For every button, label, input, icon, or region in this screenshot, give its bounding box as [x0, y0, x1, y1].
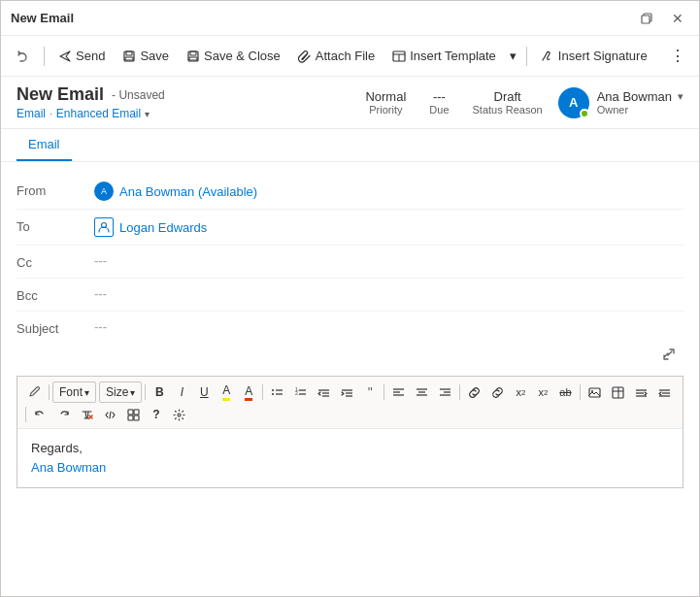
more-options-button[interactable]: ⋮ [664, 42, 691, 70]
cc-value[interactable]: --- [94, 253, 683, 268]
signature-link[interactable]: Ana Bowman [31, 460, 106, 475]
title-bar: New Email ✕ [1, 1, 699, 36]
cc-row: Cc --- [17, 246, 683, 278]
svg-rect-3 [125, 57, 133, 60]
status-value: Draft [494, 89, 521, 104]
bullets-button[interactable] [266, 383, 288, 402]
font-color-button[interactable]: A [238, 381, 259, 404]
clear-format-button[interactable] [76, 406, 98, 424]
due-label: Due [429, 104, 449, 116]
svg-rect-0 [642, 16, 650, 23]
owner-role: Owner [597, 104, 683, 116]
highlight-button[interactable]: A [216, 381, 237, 404]
save-close-button[interactable]: Save & Close [179, 44, 288, 68]
editor-toolbar: Font ▾ Size ▾ B I U A A [17, 377, 683, 429]
ed-sep-5 [459, 384, 460, 400]
svg-point-52 [178, 414, 181, 416]
bcc-value[interactable]: --- [94, 286, 683, 301]
ed-sep-1 [49, 384, 50, 400]
settings-button[interactable] [168, 406, 190, 424]
svg-rect-6 [189, 57, 197, 60]
indent-decrease-button[interactable] [313, 383, 335, 402]
to-name[interactable]: Logan Edwards [119, 220, 207, 235]
align-center-button[interactable] [411, 383, 433, 402]
editor-body[interactable]: Regards, Ana Bowman [17, 429, 683, 487]
strikethrough-button[interactable]: ab [554, 383, 576, 401]
body-text: Regards, [31, 441, 83, 455]
superscript-button[interactable]: x2 [510, 383, 531, 401]
attach-file-button[interactable]: Attach File [290, 44, 383, 68]
send-button[interactable]: Send [50, 44, 113, 68]
table-insert-button[interactable] [607, 383, 629, 402]
cc-label: Cc [17, 253, 94, 270]
align-left-button[interactable] [387, 383, 410, 402]
undo-button[interactable] [9, 45, 38, 68]
underline-button[interactable]: U [193, 382, 215, 402]
unlink-button[interactable] [486, 383, 509, 402]
from-name[interactable]: Ana Bowman (Available) [119, 184, 257, 199]
font-selector[interactable]: Font ▾ [52, 381, 96, 403]
ed-sep-2 [145, 384, 146, 400]
due-value: --- [433, 89, 446, 104]
priority-value: Normal [365, 89, 406, 104]
svg-text:2.: 2. [295, 390, 299, 396]
priority-field: Normal Priority [365, 89, 406, 116]
toolbar-sep-1 [44, 47, 45, 66]
status-field: Draft Status Reason [473, 89, 543, 116]
to-row: To Logan Edwards [17, 210, 683, 245]
owner-dropdown-chevron[interactable]: ▾ [678, 90, 683, 103]
image-button[interactable] [583, 383, 606, 402]
email-form: From A Ana Bowman (Available) To Logan E… [1, 162, 699, 596]
expand-area [17, 344, 683, 368]
breadcrumb-email[interactable]: Email [17, 107, 46, 120]
email-editor: Font ▾ Size ▾ B I U A A [17, 376, 683, 488]
rtl-button[interactable] [653, 383, 676, 402]
from-value: A Ana Bowman (Available) [94, 182, 683, 201]
blockquote-button[interactable]: " [359, 381, 381, 403]
redo-editor-button[interactable] [52, 406, 75, 424]
subject-value[interactable]: --- [94, 319, 683, 334]
subject-label: Subject [17, 319, 94, 336]
toolbar-sep-2 [526, 47, 527, 66]
form-tabs: Email [1, 129, 699, 162]
svg-rect-34 [589, 388, 600, 397]
numbering-button[interactable]: 1.2. [289, 383, 312, 402]
align-right-button[interactable] [434, 383, 456, 402]
bcc-row: Bcc --- [17, 279, 683, 311]
bold-button[interactable]: B [149, 382, 170, 402]
breadcrumb-sep: · [50, 109, 52, 119]
status-label: Status Reason [473, 104, 543, 116]
undo-editor-button[interactable] [29, 406, 51, 424]
indent-increase-button[interactable] [336, 383, 358, 402]
expand-button[interactable] [662, 348, 676, 364]
insert-template-dropdown[interactable]: ▾ [506, 44, 520, 68]
insert-template-button[interactable]: Insert Template [384, 44, 504, 68]
from-label: From [17, 182, 94, 198]
insert-signature-button[interactable]: Insert Signature [533, 44, 655, 68]
breadcrumb-chevron-icon: ▾ [145, 109, 150, 119]
record-name: New Email [17, 84, 104, 105]
restore-button[interactable] [635, 9, 658, 28]
title-bar-buttons: ✕ [635, 9, 689, 28]
size-selector[interactable]: Size ▾ [99, 381, 142, 403]
help-button[interactable]: ? [146, 405, 167, 424]
editor-pen-icon[interactable] [23, 383, 46, 402]
breadcrumb-enhanced[interactable]: Enhanced Email [56, 107, 141, 120]
ltr-button[interactable] [630, 383, 652, 402]
tab-email[interactable]: Email [17, 129, 72, 161]
svg-rect-50 [128, 415, 133, 420]
svg-line-47 [110, 412, 111, 418]
ed-sep-3 [262, 384, 263, 400]
close-button[interactable]: ✕ [666, 9, 689, 28]
to-value: Logan Edwards [94, 217, 683, 237]
to-contact-icon [94, 217, 114, 237]
save-button[interactable]: Save [115, 44, 177, 68]
link-button[interactable] [463, 383, 485, 402]
italic-button[interactable]: I [171, 382, 192, 402]
ed-sep-7 [25, 407, 26, 422]
due-field: --- Due [429, 89, 449, 116]
table-grid-button[interactable] [122, 406, 145, 424]
source-button[interactable] [99, 406, 121, 424]
avatar-status-indicator [580, 109, 589, 118]
subscript-button[interactable]: x2 [532, 383, 553, 401]
